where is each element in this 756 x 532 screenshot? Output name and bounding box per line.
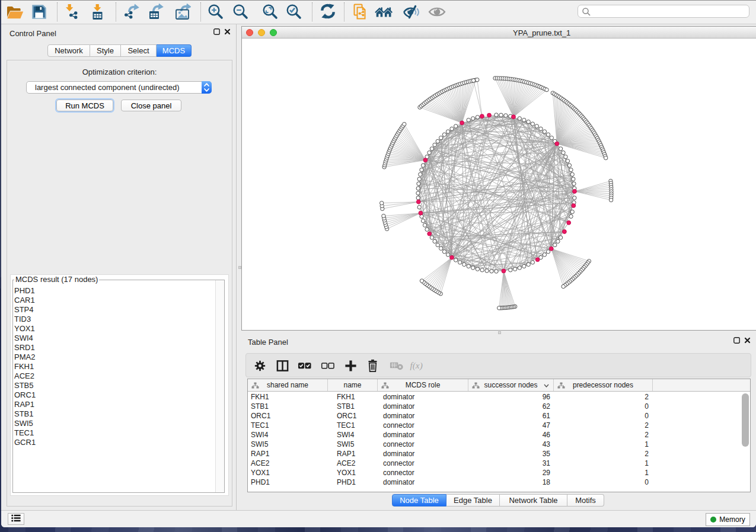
tab-select[interactable]: Select: [121, 44, 157, 57]
mcds-result-item[interactable]: FKH1: [14, 362, 215, 371]
export-image-button[interactable]: [173, 2, 193, 22]
mcds-result-item[interactable]: PMA2: [14, 352, 215, 362]
horizontal-splitter[interactable]: [241, 331, 756, 335]
mcds-result-item[interactable]: ORC1: [14, 390, 215, 400]
table-row[interactable]: STB1STB1dominator620: [248, 402, 750, 411]
table-panel-title: Table Panel: [248, 338, 288, 347]
column-layout-icon: [276, 359, 289, 373]
export-network-button[interactable]: [121, 2, 141, 22]
zoom-out-button[interactable]: [231, 2, 251, 22]
control-panel-float-button[interactable]: [212, 28, 221, 36]
mcds-result-item[interactable]: PHD1: [14, 286, 215, 296]
table-cell: connector: [383, 459, 460, 468]
vertical-splitter[interactable]: [237, 24, 241, 510]
table-panel-float-button[interactable]: [732, 336, 741, 345]
show-all-button[interactable]: [427, 2, 447, 22]
mcds-result-panel: MCDS result (17 nodes) PHD1CAR1STP4TID3Y…: [10, 274, 229, 496]
mcds-result-item[interactable]: STP4: [14, 305, 215, 315]
task-history-button[interactable]: [8, 513, 24, 525]
column-layout-button[interactable]: [273, 356, 292, 375]
table-cell: 0: [583, 477, 649, 487]
function-builder-button[interactable]: f(x): [407, 356, 426, 375]
table-panel-close-button[interactable]: [743, 336, 751, 345]
mcds-result-item[interactable]: STB1: [14, 409, 215, 419]
first-neighbors-button[interactable]: [374, 2, 394, 22]
mcds-result-item[interactable]: YOX1: [14, 324, 215, 334]
mcds-result-item[interactable]: SRD1: [14, 343, 215, 352]
column-header-successor-nodes[interactable]: successor nodes: [468, 379, 554, 391]
table-cell: YOX1: [251, 468, 322, 477]
network-window-titlebar[interactable]: YPA_prune.txt_1: [242, 27, 756, 39]
table-row[interactable]: RAP1RAP1dominator352: [248, 449, 750, 459]
mcds-result-item[interactable]: GCR1: [14, 438, 215, 447]
mcds-list-scrollbar[interactable]: [215, 280, 224, 492]
table-row[interactable]: TEC1TEC1connector472: [248, 421, 750, 430]
mcds-result-item[interactable]: STB5: [14, 381, 215, 390]
close-traffic-light[interactable]: [246, 29, 253, 36]
import-network-button[interactable]: [61, 2, 81, 22]
table-row[interactable]: PHD1PHD1dominator180: [248, 477, 750, 487]
settings-button[interactable]: [250, 356, 269, 375]
mcds-result-item[interactable]: TID3: [14, 315, 215, 324]
mcds-result-item[interactable]: RAP1: [14, 400, 215, 409]
tab-mcds[interactable]: MCDS: [157, 44, 192, 57]
memory-button[interactable]: Memory: [706, 513, 750, 526]
delete-table-button[interactable]: [387, 356, 406, 375]
zoom-selected-icon: [286, 4, 302, 20]
mcds-result-item[interactable]: ACE2: [14, 371, 215, 381]
float-icon: [213, 28, 220, 35]
control-panel-close-button[interactable]: [223, 28, 231, 36]
import-table-button[interactable]: [87, 2, 107, 22]
table-row[interactable]: FKH1FKH1dominator962: [248, 392, 750, 402]
zoom-in-button[interactable]: [206, 2, 226, 22]
duplicate-network-icon: [352, 4, 369, 20]
optimization-criterion-dropdown[interactable]: largest connected component (undirected): [26, 81, 212, 94]
zoom-fit-button[interactable]: [260, 2, 280, 22]
duplicate-network-button[interactable]: [350, 2, 371, 22]
table-cell: 35: [485, 449, 550, 459]
select-all-button[interactable]: [295, 356, 314, 375]
network-canvas[interactable]: [242, 39, 756, 330]
table-row[interactable]: YOX1YOX1connector291: [248, 468, 750, 477]
tab-motifs[interactable]: Motifs: [567, 494, 604, 507]
tab-edge-table[interactable]: Edge Table: [446, 494, 500, 507]
run-mcds-button[interactable]: Run MCDS: [56, 100, 113, 111]
table-cell: ACE2: [337, 459, 372, 468]
minimize-traffic-light[interactable]: [258, 29, 265, 36]
zoom-selected-button[interactable]: [284, 2, 304, 22]
mcds-result-item[interactable]: TEC1: [14, 428, 215, 438]
hide-selected-button[interactable]: [401, 2, 422, 22]
mcds-result-list[interactable]: PHD1CAR1STP4TID3YOX1SWI4SRD1PMA2FKH1ACE2…: [14, 286, 215, 492]
table-row[interactable]: SWI4SWI4dominator462: [248, 430, 750, 440]
table-row[interactable]: ACE2ACE2connector311: [248, 459, 750, 468]
column-header-predecessor-nodes[interactable]: predecessor nodes: [554, 379, 653, 391]
table-cell: PHD1: [251, 477, 322, 487]
add-column-button[interactable]: [341, 356, 360, 375]
tab-network-table[interactable]: Network Table: [500, 494, 567, 507]
mcds-result-item[interactable]: CAR1: [14, 296, 215, 305]
save-session-button[interactable]: [29, 2, 49, 22]
mcds-result-item[interactable]: SWI4: [14, 334, 215, 343]
open-session-button[interactable]: [5, 2, 25, 22]
export-table-button[interactable]: [145, 2, 165, 22]
table-cell: 1: [583, 440, 649, 449]
column-header-name[interactable]: name: [328, 379, 378, 391]
close-panel-button[interactable]: Close panel: [121, 100, 181, 111]
tab-node-table[interactable]: Node Table: [392, 494, 446, 507]
refresh-button[interactable]: [318, 2, 338, 22]
table-cell: dominator: [383, 392, 460, 402]
search-input[interactable]: [592, 6, 747, 17]
tab-network[interactable]: Network: [47, 44, 90, 57]
delete-column-button[interactable]: [363, 356, 382, 375]
unselect-all-button[interactable]: [318, 356, 337, 375]
maximize-traffic-light[interactable]: [270, 29, 277, 36]
mcds-result-title: MCDS result (17 nodes): [14, 275, 99, 284]
column-header-shared-name[interactable]: shared name: [248, 379, 328, 391]
column-header-MCDS-role[interactable]: MCDS role: [378, 379, 468, 391]
table-row[interactable]: ORC1ORC1dominator610: [248, 411, 750, 421]
tab-style[interactable]: Style: [90, 44, 121, 57]
mcds-result-item[interactable]: SWI5: [14, 419, 215, 428]
table-scrollbar-thumb[interactable]: [742, 393, 749, 447]
table-row[interactable]: SWI5SWI5connector431: [248, 440, 750, 449]
horizontal-splitter-grip[interactable]: [498, 331, 501, 334]
